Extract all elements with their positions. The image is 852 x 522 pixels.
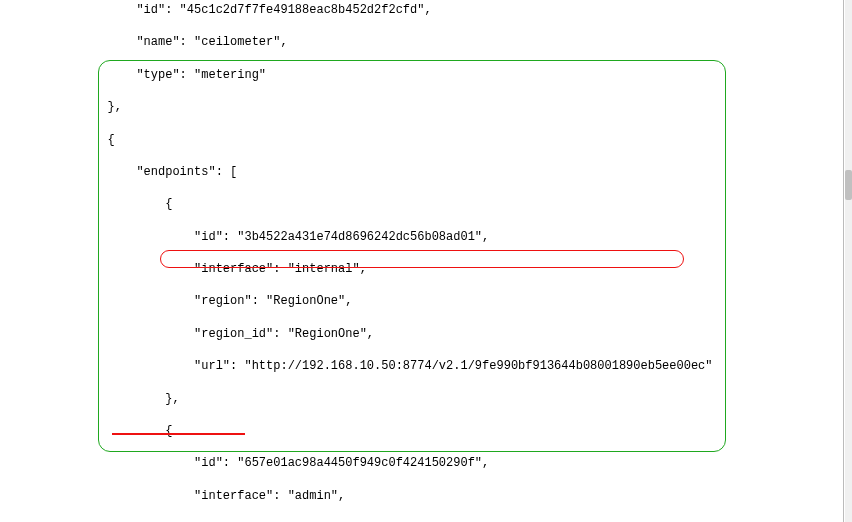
code-line: { <box>50 132 840 148</box>
scrollbar-thumb[interactable] <box>845 170 852 200</box>
code-line: "interface": "admin", <box>50 488 840 504</box>
json-output: "id": "45c1c2d7f7fe49188eac8b452d2f2cfd"… <box>50 2 840 522</box>
code-line: "endpoints": [ <box>50 164 840 180</box>
code-line: { <box>50 196 840 212</box>
code-line: }, <box>50 391 840 407</box>
code-line: { <box>50 423 840 439</box>
code-line: "id": "3b4522a431e74d8696242dc56b08ad01"… <box>50 229 840 245</box>
code-line: "name": "ceilometer", <box>50 34 840 50</box>
code-line: "interface": "internal", <box>50 261 840 277</box>
code-line: "id": "45c1c2d7f7fe49188eac8b452d2f2cfd"… <box>50 2 840 18</box>
right-border <box>843 0 852 522</box>
code-line: "url": "http://192.168.10.50:8774/v2.1/9… <box>50 358 840 374</box>
code-line: "type": "metering" <box>50 67 840 83</box>
code-line: }, <box>50 99 840 115</box>
code-line: "region_id": "RegionOne", <box>50 326 840 342</box>
code-line: "id": "657e01ac98a4450f949c0f424150290f"… <box>50 455 840 471</box>
json-content-pane: "id": "45c1c2d7f7fe49188eac8b452d2f2cfd"… <box>50 0 840 522</box>
code-line: "region": "RegionOne", <box>50 293 840 309</box>
scrollbar-track[interactable] <box>845 0 852 522</box>
